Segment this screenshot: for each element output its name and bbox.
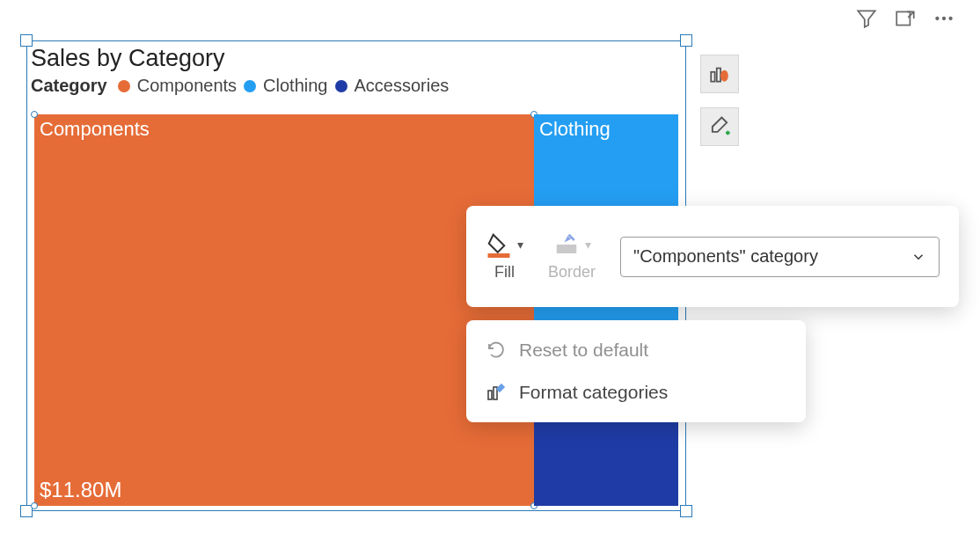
more-options-icon[interactable] xyxy=(932,7,955,30)
svg-point-3 xyxy=(948,17,952,20)
svg-rect-5 xyxy=(717,69,720,82)
chart-legend: Category Components Clothing Accessories xyxy=(31,76,682,96)
tile-label: Components xyxy=(40,118,150,141)
format-side-buttons xyxy=(700,55,739,146)
tile-label: Clothing xyxy=(539,118,611,141)
tile-select-handle[interactable] xyxy=(31,502,38,509)
svg-rect-0 xyxy=(896,11,910,25)
svg-point-2 xyxy=(942,17,946,20)
svg-rect-7 xyxy=(488,253,510,258)
legend-swatch-clothing xyxy=(244,80,256,92)
chevron-down-icon xyxy=(911,249,926,265)
chevron-down-icon: ▾ xyxy=(585,238,591,252)
resize-handle[interactable] xyxy=(680,505,692,517)
legend-title: Category xyxy=(31,76,107,96)
legend-item-label[interactable]: Clothing xyxy=(263,76,327,96)
border-label: Border xyxy=(548,263,596,282)
svg-rect-9 xyxy=(488,391,492,399)
legend-swatch-accessories xyxy=(335,80,347,92)
treemap-body: Components $11.80M Clothing $1.27M Acces… xyxy=(34,114,678,506)
chevron-down-icon: ▾ xyxy=(517,238,523,252)
svg-rect-4 xyxy=(711,72,714,82)
menu-item-label: Format categories xyxy=(519,382,668,403)
context-menu: Reset to default Format categories xyxy=(466,320,806,422)
legend-item-label[interactable]: Accessories xyxy=(355,76,450,96)
svg-rect-8 xyxy=(556,245,576,253)
chart-title: Sales by Category xyxy=(31,41,682,72)
border-control[interactable]: ▾ Border xyxy=(548,231,596,282)
format-popover: ▾ Fill ▾ Border "Components" category xyxy=(466,206,959,307)
category-dropdown[interactable]: "Components" category xyxy=(620,237,940,277)
legend-item-label[interactable]: Components xyxy=(137,76,237,96)
fill-control[interactable]: ▾ Fill xyxy=(486,231,523,282)
resize-handle[interactable] xyxy=(680,34,692,47)
format-categories-item[interactable]: Format categories xyxy=(466,371,806,413)
focus-mode-icon[interactable] xyxy=(894,7,917,30)
reset-to-default-item[interactable]: Reset to default xyxy=(466,329,806,371)
fields-pane-button[interactable] xyxy=(700,55,739,93)
format-painter-button[interactable] xyxy=(700,107,739,146)
fill-label: Fill xyxy=(494,263,515,282)
treemap-tile-components[interactable]: Components $11.80M xyxy=(34,114,534,506)
svg-point-1 xyxy=(935,17,939,20)
legend-swatch-components xyxy=(118,80,130,92)
visual-toolbar xyxy=(855,7,955,30)
dropdown-value: "Components" category xyxy=(633,246,818,267)
tile-select-handle[interactable] xyxy=(31,111,38,118)
tile-value: $11.80M xyxy=(40,478,121,502)
svg-point-6 xyxy=(720,70,728,82)
filter-icon[interactable] xyxy=(855,7,878,30)
menu-item-label: Reset to default xyxy=(519,340,648,361)
